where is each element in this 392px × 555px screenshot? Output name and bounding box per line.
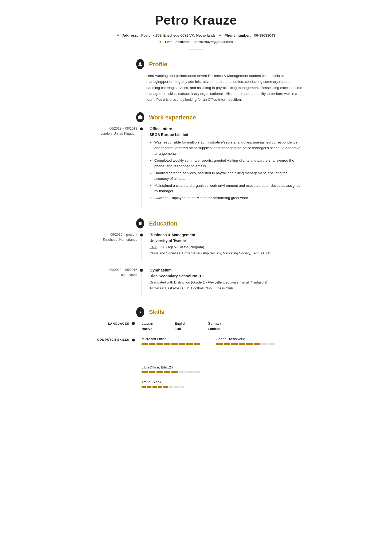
svg-rect-1 [138,116,143,119]
phone-label: Phone number: [225,33,251,37]
edu-date-2: 09/2012 – 05/2016 Riga, Latvia [89,267,137,297]
work-line [141,130,142,209]
edu-content-1: Business & Management University of Twen… [145,232,303,262]
profile-text: Hard-working and performance-driven Busi… [146,73,303,103]
skill-ms-office: Microsoft Office [142,336,200,345]
edu-connector-1 [137,232,145,262]
edu-activities: Activities: Basketball Club, Football Cl… [150,286,303,291]
job-bullet-2: Completed weekly summary reports, greete… [154,158,303,169]
job-bullet-5: Awarded Employee of the Month for perfor… [154,195,303,201]
edu-line-1 [141,236,142,262]
edu-school-2: Riga Secondary School No. 13 [150,273,303,279]
bar-seg [156,371,163,373]
comp-grid: Microsoft Office [142,336,303,377]
bar-seg [239,343,245,345]
email-value: petrokrauze@gmail.com [194,40,233,44]
bar-seg [246,343,253,345]
dot-icon: ● [117,33,119,37]
bar-seg [216,343,223,345]
edu-content-2: Gymnasium Riga Secondary School No. 13 G… [145,267,303,297]
profile-title: Profile [145,60,167,69]
address-value: Poeldrik 158, Enschede 6681 VK, Netherla… [141,33,215,37]
work-section-header: Work experience [89,112,303,122]
dot-icon3: ● [159,39,162,44]
comp-connector [129,336,137,341]
bar-seg [174,386,179,388]
lang-level-latvian: Native [142,326,153,332]
svg-point-3 [140,311,141,313]
skill-trello: Trello, Slack [142,379,184,388]
work-date-location: 06/2018 – 08/2018 London, United Kingdom [89,126,137,209]
job-bullet-4: Maintained a clean and organised work en… [154,183,303,194]
lang-english: English Full [175,321,186,332]
computer-skills-row: COMPUTER SKILLS Microsoft Office [89,336,303,391]
skill-asana: Asana, TaskWorld [216,336,275,345]
skill-name-ms: Microsoft Office [142,336,200,342]
skill-bar-ms [142,343,200,345]
bar-seg [142,371,148,373]
bar-seg [147,386,152,388]
education-icon [136,218,144,228]
languages-row: LANGUAGES Latvian Native English Full Ge… [89,321,303,332]
skill-libre: LibreOffice, Bitrix24 [142,365,200,373]
skill-name-libre: LibreOffice, Bitrix24 [142,365,200,370]
header-divider [188,49,204,49]
lang-grid: Latvian Native English Full German Limit… [142,321,303,332]
profile-icon [136,59,144,69]
resume-header: Petro Krauze ● Address: Poeldrik 158, En… [89,11,303,49]
bar-seg [186,371,193,373]
trello-row: Trello, Slack [142,379,303,388]
skill-name-asana: Asana, TaskWorld [216,336,275,342]
edu-connector-2 [137,267,145,297]
job-company: SEGA Europe Limited [150,132,303,138]
skills-icon [136,307,144,317]
education-title: Education [145,219,177,228]
lang-latvian: Latvian Native [142,321,153,332]
edu-date-1: 09/2016 – present Enschede, Netherlands [89,232,137,262]
skill-bar-libre [142,371,200,373]
bar-seg [269,343,275,345]
bar-seg [169,386,174,388]
candidate-name: Petro Krauze [89,11,303,30]
skills-section-header: Skills [89,307,303,317]
email-label: Email address: [165,40,191,44]
bar-seg [186,343,193,345]
bar-seg [142,386,146,388]
edu-school-1: University of Twente [150,238,303,244]
skills-section: Skills LANGUAGES Latvian Native English … [89,307,303,391]
edu-degree-2: Gymnasium [150,267,303,273]
work-section: Work experience 06/2018 – 08/2018 London… [89,112,303,209]
edu-distinction: Graduated with Distinction (Grade 1 - A/… [150,280,303,285]
edu-dot-1 [140,234,143,236]
bar-seg [158,386,163,388]
lang-name-german: German [208,321,221,326]
job-bullet-1: Was responsible for multiple administrat… [154,140,303,157]
bar-seg [149,371,155,373]
edu-timeline-1: 09/2016 – present Enschede, Netherlands … [89,232,303,262]
lang-dot [132,322,135,325]
skills-header-connector [137,307,145,317]
edu-clubs: Clubs and Societies: Entrepreneurship So… [150,251,303,256]
skill-bar-trello [142,386,184,388]
work-connector [137,126,145,209]
bar-seg [180,386,185,388]
bar-seg [194,343,200,345]
job-title: Office Intern [150,126,303,132]
work-dot [140,127,143,130]
lang-level-english: Full [175,326,186,332]
skill-bar-asana [216,343,275,345]
education-section-header: Education [89,218,303,228]
bar-seg [254,343,260,345]
lang-level-german: Limited [208,326,221,332]
edu-dot-2 [140,269,143,272]
skills-title: Skills [145,308,164,316]
profile-section: Profile Hard-working and performance-dri… [89,59,303,103]
job-bullets: Was responsible for multiple administrat… [150,140,303,201]
edu-loc-1: Enschede, Netherlands [89,237,137,242]
skill-name-trello: Trello, Slack [142,379,184,385]
bar-seg [164,371,170,373]
job-bullet-3: Handled catering services, assisted in p… [154,170,303,182]
edu-line-2 [141,272,142,297]
bar-seg [142,343,148,345]
lang-name-english: English [175,321,186,326]
